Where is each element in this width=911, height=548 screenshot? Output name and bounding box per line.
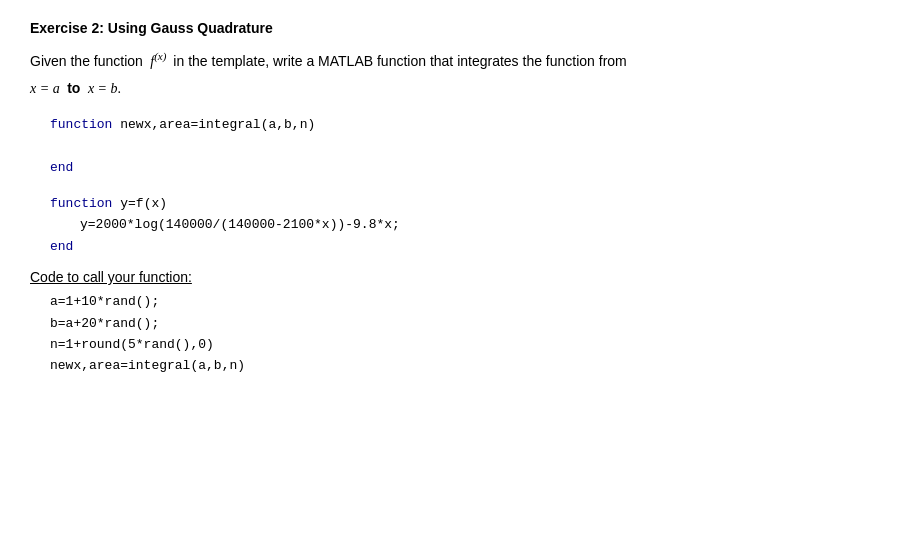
- page-title: Exercise 2: Using Gauss Quadrature: [30, 20, 881, 36]
- intro-line2: x = a to x = b.: [30, 77, 881, 100]
- code-block-1: function newx,area=integral(a,b,n) end: [50, 114, 881, 178]
- code-block-2: function y=f(x) y=2000*log(140000/(14000…: [50, 193, 881, 257]
- math-fx: f(x): [147, 54, 174, 69]
- call-function-heading: Code to call your function:: [30, 269, 881, 285]
- code-blank-1: [50, 136, 881, 157]
- call-line-3-text: n=1+round(5*rand(),0): [50, 337, 214, 352]
- call-code-block: a=1+10*rand(); b=a+20*rand(); n=1+round(…: [50, 291, 881, 377]
- intro-text-1: Given the function: [30, 53, 143, 69]
- x-eq-a: x = a: [30, 81, 60, 96]
- call-code-line-3: n=1+round(5*rand(),0): [50, 334, 881, 355]
- call-line-1-text: a=1+10*rand();: [50, 294, 159, 309]
- code-f-signature: y=f(x): [112, 196, 167, 211]
- call-code-line-4: newx,area=integral(a,b,n): [50, 355, 881, 376]
- call-line-2-text: b=a+20*rand();: [50, 316, 159, 331]
- keyword-function-1: function: [50, 117, 112, 132]
- code-formula: y=2000*log(140000/(140000-2100*x))-9.8*x…: [80, 217, 400, 232]
- call-line-4-text: newx,area=integral(a,b,n): [50, 358, 245, 373]
- x-eq-b: x = b: [88, 81, 118, 96]
- keyword-function-2: function: [50, 196, 112, 211]
- code-line-body: y=2000*log(140000/(140000-2100*x))-9.8*x…: [80, 214, 881, 235]
- code-integral-signature: newx,area=integral(a,b,n): [112, 117, 315, 132]
- code-line-function-integral: function newx,area=integral(a,b,n): [50, 114, 881, 135]
- keyword-end-1: end: [50, 160, 73, 175]
- intro-paragraph: Given the function f(x) in the template,…: [30, 48, 881, 73]
- spacer-1: [30, 179, 881, 193]
- call-code-line-2: b=a+20*rand();: [50, 313, 881, 334]
- code-end-1: end: [50, 157, 881, 178]
- intro-text-2: in the template, write a MATLAB function…: [173, 53, 626, 69]
- section-heading-text: Code to call your function:: [30, 269, 192, 285]
- code-end-2: end: [50, 236, 881, 257]
- to-text: to: [67, 80, 80, 96]
- call-code-line-1: a=1+10*rand();: [50, 291, 881, 312]
- keyword-end-2: end: [50, 239, 73, 254]
- period: .: [118, 81, 122, 96]
- code-line-function-f: function y=f(x): [50, 193, 881, 214]
